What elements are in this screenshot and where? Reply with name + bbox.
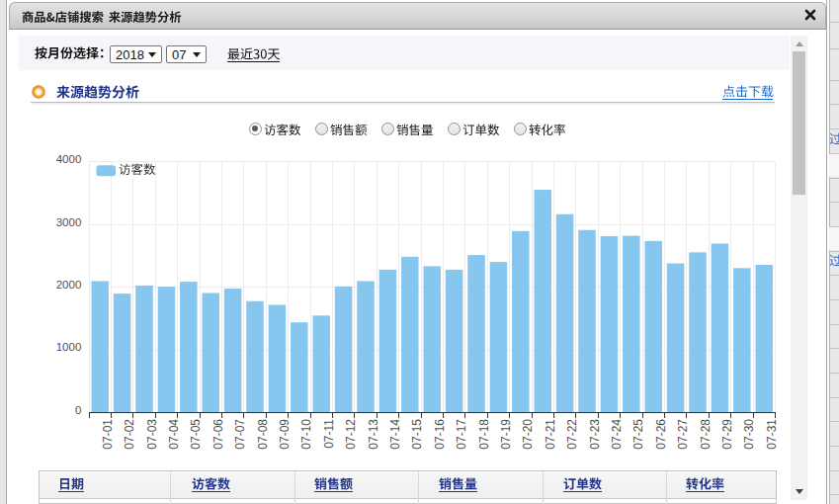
svg-text:0: 0 — [75, 404, 81, 416]
svg-text:07-12: 07-12 — [344, 419, 358, 450]
svg-text:07-07: 07-07 — [233, 419, 247, 450]
svg-text:4000: 4000 — [56, 153, 82, 165]
svg-text:07-27: 07-27 — [676, 419, 690, 450]
svg-text:07-22: 07-22 — [565, 419, 579, 450]
svg-text:07-16: 07-16 — [433, 419, 447, 450]
svg-text:07-30: 07-30 — [742, 419, 756, 450]
svg-text:07-18: 07-18 — [477, 419, 491, 450]
svg-text:07-24: 07-24 — [610, 419, 624, 450]
svg-text:3000: 3000 — [56, 216, 82, 228]
svg-text:07-21: 07-21 — [544, 419, 557, 450]
svg-text:07-17: 07-17 — [455, 419, 468, 450]
svg-text:07-05: 07-05 — [189, 419, 203, 450]
svg-text:07-09: 07-09 — [278, 419, 292, 450]
svg-text:2000: 2000 — [56, 279, 82, 291]
svg-text:07-25: 07-25 — [631, 419, 645, 450]
svg-text:07-11: 07-11 — [322, 419, 336, 449]
svg-text:07-29: 07-29 — [720, 419, 734, 450]
svg-text:07-04: 07-04 — [167, 419, 181, 450]
svg-text:07-03: 07-03 — [145, 419, 159, 450]
svg-text:07-14: 07-14 — [388, 419, 402, 450]
svg-text:07-10: 07-10 — [299, 419, 313, 450]
svg-text:07-01: 07-01 — [101, 419, 115, 450]
svg-text:07-20: 07-20 — [521, 419, 535, 450]
svg-text:07-26: 07-26 — [654, 419, 668, 450]
svg-text:07-23: 07-23 — [588, 419, 602, 450]
svg-text:07-31: 07-31 — [765, 419, 779, 450]
svg-text:07-02: 07-02 — [123, 419, 136, 450]
svg-text:07-08: 07-08 — [256, 419, 270, 450]
svg-text:07-15: 07-15 — [410, 419, 424, 450]
svg-text:07-06: 07-06 — [211, 419, 225, 450]
svg-text:07-13: 07-13 — [367, 419, 380, 450]
svg-text:1000: 1000 — [56, 341, 82, 353]
svg-text:07-28: 07-28 — [699, 419, 713, 450]
svg-text:07-19: 07-19 — [499, 419, 513, 450]
